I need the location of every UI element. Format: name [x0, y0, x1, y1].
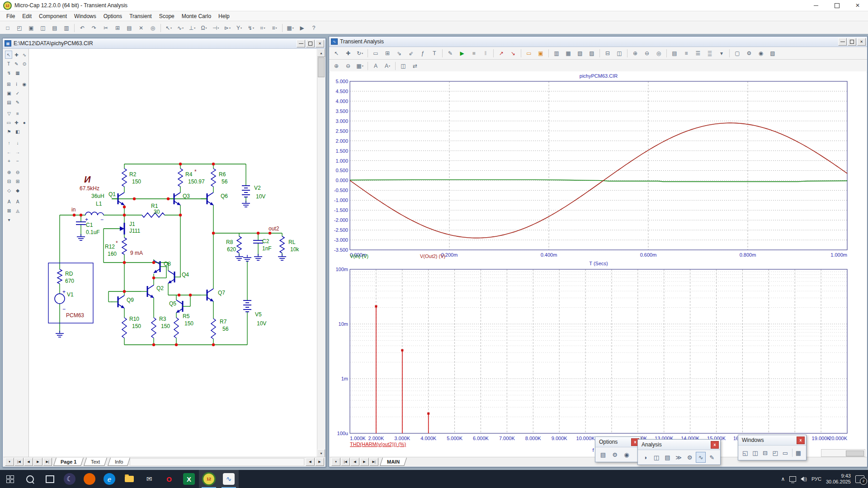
- menu-monte-carlo[interactable]: Monte Carlo: [178, 12, 215, 20]
- pan-tool-button[interactable]: ✚: [343, 48, 354, 59]
- font-tool[interactable]: A: [5, 197, 13, 206]
- menu-scope[interactable]: Scope: [156, 12, 178, 20]
- settings-button[interactable]: ⚙: [744, 48, 755, 59]
- info-tool[interactable]: i: [13, 80, 20, 88]
- minimize-button[interactable]: [806, 0, 826, 11]
- zoom-in-tool[interactable]: ⊕: [5, 168, 13, 176]
- schematic-canvas[interactable]: И67.5kHz36uHL1in+−C10.1uFRD670V1+−PCM63R…: [29, 49, 317, 457]
- tile-vertical-button[interactable]: ◫: [750, 447, 760, 458]
- analysis-horizontal-scrollbar[interactable]: [821, 449, 865, 457]
- scroll-up-button[interactable]: ▲: [317, 49, 325, 57]
- scroll-down-button[interactable]: ▼: [317, 449, 325, 457]
- columns-1-button[interactable]: ▥: [551, 48, 562, 59]
- speaker-icon[interactable]: )): [801, 477, 807, 482]
- paste-button[interactable]: ▤: [124, 23, 135, 33]
- analysis-panel-titlebar[interactable]: Analysis x: [638, 440, 720, 450]
- analysis-options-button[interactable]: ⚙: [684, 452, 695, 463]
- sheet-tool[interactable]: ▤: [5, 98, 13, 106]
- scale-mode-button[interactable]: ⇘: [394, 48, 405, 59]
- menu-component[interactable]: Component: [35, 12, 71, 20]
- select-region-button[interactable]: ▭: [370, 48, 381, 59]
- shape-tool[interactable]: ◇: [5, 186, 13, 194]
- menu-edit[interactable]: Edit: [19, 12, 35, 20]
- zoom-region-button[interactable]: ⊞: [382, 48, 393, 59]
- annotation-button[interactable]: A▾: [382, 61, 393, 71]
- dot-tool[interactable]: ●: [21, 118, 28, 127]
- component-tool[interactable]: ⊞: [5, 80, 12, 88]
- zoom-out-button[interactable]: ⊖: [642, 48, 652, 59]
- schematic-minimize-button[interactable]: [297, 40, 305, 47]
- cursor-mode-button[interactable]: ⇙: [406, 48, 416, 59]
- schematic-vertical-scrollbar[interactable]: ▲ ▼: [317, 49, 325, 457]
- plot-select-button[interactable]: ▾: [331, 458, 340, 466]
- misc-tool[interactable]: ⊠: [5, 206, 13, 215]
- tab-text[interactable]: Text: [84, 458, 108, 466]
- app-opera-icon[interactable]: O: [159, 470, 179, 488]
- save-file-button[interactable]: ▣: [26, 23, 37, 33]
- select-mode-button[interactable]: ↖▾: [163, 23, 174, 33]
- scrollbar-thumb[interactable]: [318, 57, 325, 77]
- down-tool[interactable]: ↓: [14, 139, 22, 147]
- report-button[interactable]: ▧: [767, 48, 778, 59]
- analysis-limits-button[interactable]: ◑: [640, 452, 651, 463]
- check-tool[interactable]: ✓: [14, 89, 22, 97]
- plot-select-button[interactable]: ▾: [5, 458, 14, 466]
- font2-tool[interactable]: A: [14, 197, 22, 206]
- formula-button[interactable]: ƒ: [417, 48, 428, 59]
- app-mail-icon[interactable]: ✉: [139, 470, 159, 488]
- next-page-button[interactable]: ▶: [360, 458, 369, 466]
- notification-icon[interactable]: 2: [855, 475, 864, 483]
- analysis-panel-close-button[interactable]: x: [711, 441, 719, 449]
- network-icon[interactable]: [789, 476, 796, 482]
- language-indicator[interactable]: РУС: [811, 476, 821, 482]
- probe-rise-button[interactable]: ↗: [496, 48, 507, 59]
- remove-tool[interactable]: −: [14, 157, 22, 165]
- note-tool[interactable]: ✎: [14, 98, 22, 106]
- properties-button[interactable]: ✎: [445, 48, 456, 59]
- last-page-button[interactable]: ▶|: [43, 458, 52, 466]
- copy-graph-button[interactable]: ◫: [398, 61, 409, 71]
- left-tool[interactable]: ←: [5, 148, 13, 156]
- macro-component-button[interactable]: ⌗▾: [257, 23, 268, 33]
- cross-tool[interactable]: ✚: [13, 118, 20, 127]
- frame-button[interactable]: ▭: [524, 48, 534, 59]
- calculator-button[interactable]: ▦: [794, 447, 803, 458]
- draw-tool[interactable]: ✎: [13, 60, 20, 68]
- text-mode-button[interactable]: T: [429, 48, 440, 59]
- analysis-limits-button[interactable]: ▦▾: [285, 23, 296, 33]
- menu-transient[interactable]: Transient: [126, 12, 156, 20]
- analysis-titlebar[interactable]: ∿ Transient Analysis ✕: [329, 37, 867, 47]
- ground-component-button[interactable]: ⊥▾: [187, 23, 198, 33]
- swap-button[interactable]: ⇄: [410, 61, 420, 71]
- cut-button[interactable]: ✂: [100, 23, 111, 33]
- box-tool[interactable]: ▭: [5, 118, 12, 127]
- up-tool[interactable]: ↑: [5, 139, 13, 147]
- wire-tool[interactable]: ∿: [21, 51, 28, 59]
- misc2-tool[interactable]: ◬: [14, 206, 22, 215]
- mode-tool[interactable]: ▣: [5, 89, 13, 97]
- text-tool[interactable]: T: [5, 60, 12, 68]
- plot-area[interactable]: pichyPCM63.CIR5.0004.5004.0003.5003.0002…: [330, 71, 867, 457]
- analysis-restore-button[interactable]: [848, 38, 856, 46]
- grid-tool[interactable]: ▦: [14, 69, 22, 77]
- diode-component-button[interactable]: ⊳▾: [222, 23, 233, 33]
- close-button[interactable]: ✕: [847, 0, 868, 11]
- schematic-horizontal-scrollbar[interactable]: [130, 458, 304, 466]
- tile-horizontal-button[interactable]: ⊟: [760, 447, 769, 458]
- analysis-close-button[interactable]: ✕: [857, 38, 866, 46]
- run-analysis-button[interactable]: ▶: [297, 23, 307, 33]
- prev-page-button[interactable]: ◀: [24, 458, 33, 466]
- prev-page-button[interactable]: ◀: [350, 458, 359, 466]
- pan-tool[interactable]: ✚: [13, 51, 20, 59]
- source-component-button[interactable]: ↯▾: [245, 23, 256, 33]
- scope-stack-button[interactable]: ≡: [681, 48, 692, 59]
- menu-file[interactable]: File: [3, 12, 19, 20]
- options-general-button[interactable]: ▤: [598, 449, 609, 460]
- tab-info[interactable]: Info: [108, 458, 130, 466]
- windows-panel-titlebar[interactable]: Windows x: [738, 435, 806, 446]
- app-excel-icon[interactable]: X: [179, 470, 199, 488]
- app-explorer-icon[interactable]: [119, 470, 139, 488]
- zoom-fit-button[interactable]: ◎: [653, 48, 664, 59]
- find-button[interactable]: ◎: [147, 23, 158, 33]
- maximize-button[interactable]: [826, 0, 847, 11]
